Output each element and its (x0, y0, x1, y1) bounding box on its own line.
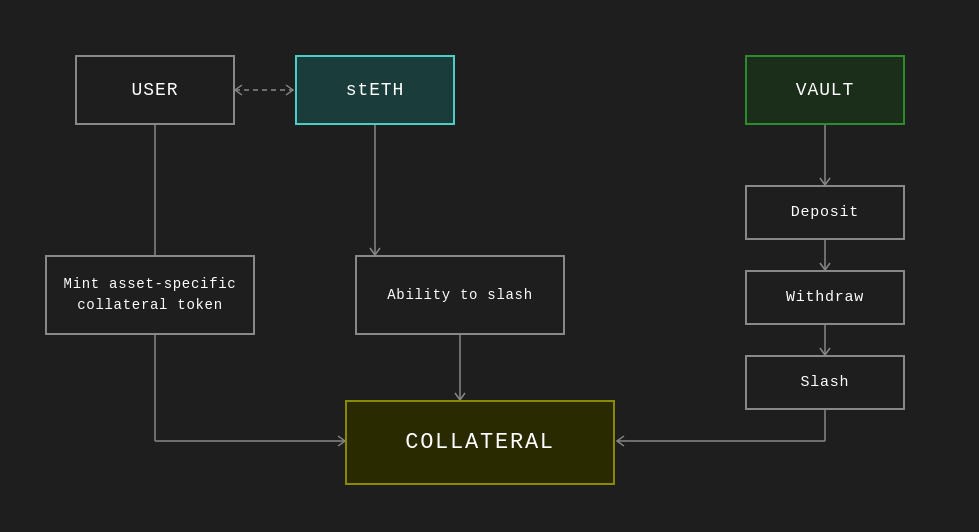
deposit-box: Deposit (745, 185, 905, 240)
user-label: USER (132, 80, 179, 100)
deposit-label: Deposit (791, 204, 859, 221)
steth-box: stETH (295, 55, 455, 125)
mint-label: Mint asset-specific collateral token (64, 274, 237, 316)
steth-label: stETH (346, 80, 405, 100)
user-box: USER (75, 55, 235, 125)
vault-box: VAULT (745, 55, 905, 125)
slash-box: Slash (745, 355, 905, 410)
mint-box: Mint asset-specific collateral token (45, 255, 255, 335)
diagram: stETH (dashed double arrow) --> (0, 0, 979, 532)
vault-label: VAULT (796, 80, 855, 100)
ability-to-slash-box: Ability to slash (355, 255, 565, 335)
slash-label: Slash (801, 374, 850, 391)
withdraw-box: Withdraw (745, 270, 905, 325)
ability-to-slash-label: Ability to slash (387, 287, 533, 303)
withdraw-label: Withdraw (786, 289, 864, 306)
collateral-box: COLLATERAL (345, 400, 615, 485)
collateral-label: COLLATERAL (405, 430, 555, 455)
